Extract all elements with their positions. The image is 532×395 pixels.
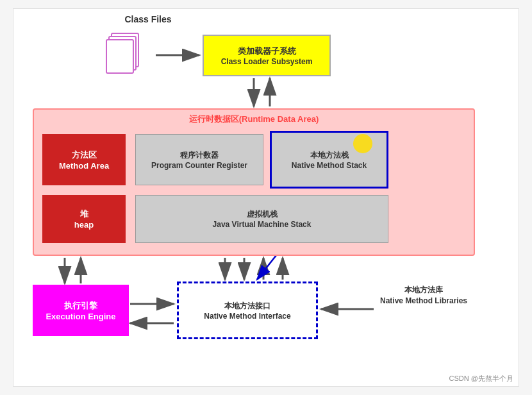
program-counter-zh: 程序计数器 — [180, 150, 219, 161]
execution-engine-en: Execution Engine — [46, 312, 115, 321]
program-counter-en: Program Counter Register — [151, 161, 247, 170]
native-libs-label: 本地方法库 Native Method Libraries — [379, 285, 469, 307]
class-files-label: Class Files — [113, 14, 183, 24]
jvm-stack-en: Java Virtual Machine Stack — [213, 220, 312, 229]
jvm-stack-box: 虚拟机栈 Java Virtual Machine Stack — [135, 195, 388, 243]
native-libs-zh: 本地方法库 — [404, 285, 443, 294]
jvm-stack-zh: 虚拟机栈 — [247, 209, 278, 220]
program-counter-box: 程序计数器 Program Counter Register — [135, 134, 263, 185]
heap-box: 堆 heap — [42, 195, 126, 243]
class-files-icon — [100, 28, 151, 80]
native-interface-box: 本地方法接口 Native Method Interface — [177, 282, 318, 339]
svg-rect-18 — [106, 40, 133, 73]
native-stack-zh: 本地方法栈 — [310, 150, 349, 161]
watermark: CSDN @先熬半个月 — [449, 374, 513, 383]
method-area-zh: 方法区 — [72, 149, 97, 161]
runtime-label: 运行时数据区(Runtime Data Area) — [34, 110, 474, 125]
execution-engine-box: 执行引擎 Execution Engine — [33, 285, 129, 336]
class-loader-en: Class Loader Subsystem — [221, 57, 313, 66]
method-area-en: Method Area — [59, 161, 109, 171]
native-stack-en: Native Method Stack — [292, 161, 367, 170]
native-libs-en: Native Method Libraries — [380, 296, 467, 305]
class-loader-zh: 类加载器子系统 — [238, 46, 296, 57]
heap-en: heap — [74, 220, 94, 230]
native-interface-zh: 本地方法接口 — [224, 301, 270, 312]
class-loader-box: 类加载器子系统 Class Loader Subsystem — [203, 35, 331, 76]
method-area-box: 方法区 Method Area — [42, 134, 126, 185]
heap-zh: 堆 — [80, 208, 88, 220]
execution-engine-zh: 执行引擎 — [64, 300, 97, 312]
diagram-container: Class Files 类加载器子系统 Class Loader Subsyst… — [13, 8, 519, 387]
cursor-highlight — [353, 134, 372, 153]
native-interface-en: Native Method Interface — [204, 312, 290, 321]
